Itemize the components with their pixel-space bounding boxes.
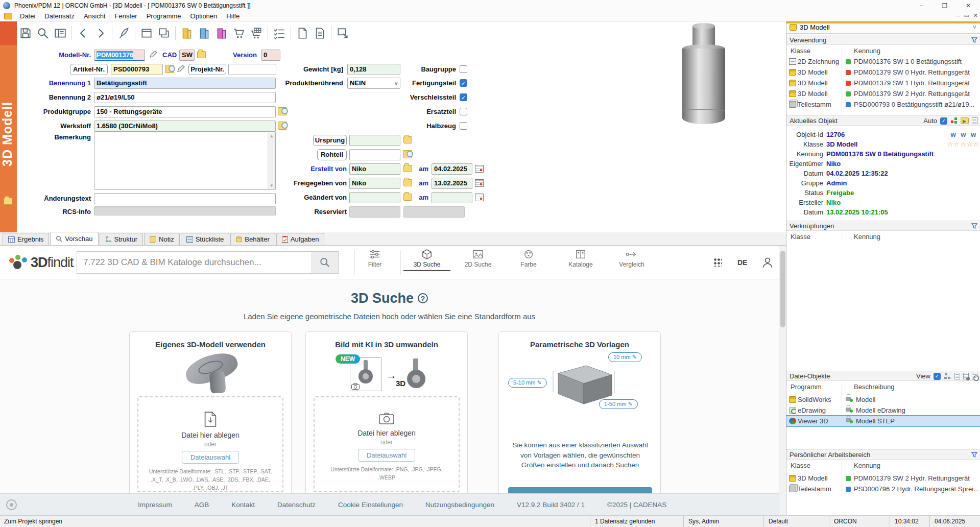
file-search-icon[interactable]	[972, 373, 977, 379]
window-jump-icon[interactable]	[334, 26, 351, 41]
halbzeug-checkbox[interactable]	[460, 122, 467, 130]
minimize-button[interactable]: –	[910, 0, 933, 11]
file-settings-icon[interactable]	[963, 373, 969, 379]
save-icon[interactable]	[17, 26, 34, 41]
class-combo[interactable]: 3D Modell ˅	[786, 21, 980, 34]
artikel-nr-field[interactable]: PSD000793	[111, 64, 163, 75]
verschleissteil-checkbox[interactable]: ✓	[460, 93, 467, 101]
freigegeben-folder-icon[interactable]	[403, 179, 412, 186]
benennung1-field[interactable]: Betätigungsstift	[94, 78, 276, 89]
tab-struktur[interactable]: Struktur	[100, 233, 144, 245]
verwendung-row[interactable]: 3D ModellPDM001379 SW 2 Hydr. Rettungsge…	[786, 88, 980, 99]
artikel-edit-icon[interactable]	[176, 65, 185, 73]
produktgruppe-search-icon[interactable]	[278, 107, 287, 115]
nav-farbe[interactable]: Farbe	[505, 249, 552, 268]
freigegeben-am-field[interactable]: 13.02.2025	[432, 178, 472, 189]
nav-vergleich[interactable]: Vergleich	[608, 249, 655, 268]
new-file-icon[interactable]	[954, 373, 960, 379]
close-button[interactable]: ✕	[957, 0, 980, 11]
geaendert-am-field[interactable]	[432, 192, 472, 203]
tree-icon[interactable]	[944, 373, 951, 380]
menu-optionen[interactable]: Optionen	[186, 12, 222, 20]
rohteil-field[interactable]	[349, 149, 400, 160]
card1-dropzone[interactable]: Datei hier ablegen oder Dateiauswahl Unt…	[137, 396, 283, 492]
workspace-row[interactable]: TeilestammPSD000796 2 Hydr. Rettungsgerä…	[786, 484, 980, 494]
tab-vorschau[interactable]: Vorschau	[50, 232, 98, 245]
index-card-icon[interactable]	[52, 26, 69, 41]
tab-notiz[interactable]: Notiz	[144, 233, 180, 245]
card1-file-select-button[interactable]: Dateiauswahl	[182, 451, 239, 464]
benennung2-field[interactable]: ø21/ø19/L50	[94, 92, 276, 103]
menu-datei[interactable]: Datei	[15, 12, 40, 20]
footer-link-cookie[interactable]: Cookie Einstellungen	[338, 501, 403, 509]
apps-grid-icon[interactable]	[713, 258, 722, 267]
ursprung-folder-icon[interactable]	[403, 136, 412, 143]
findit-logo[interactable]: 3Dfindit	[9, 254, 74, 271]
menu-programme[interactable]: Programme	[142, 12, 186, 20]
footer-link-kontakt[interactable]: Kontakt	[231, 501, 255, 509]
checklist-icon[interactable]	[271, 26, 288, 41]
scatter-icon[interactable]	[950, 117, 958, 125]
ursprung-field[interactable]	[349, 135, 400, 146]
open-folder-icon[interactable]	[961, 117, 969, 124]
file-object-row[interactable]: SolidWorksModell	[786, 394, 980, 405]
document-lines-icon[interactable]	[311, 26, 328, 41]
werkstoff-search-icon[interactable]	[278, 122, 287, 130]
footer-link-impressum[interactable]: Impressum	[138, 501, 172, 509]
filter-funnel-icon[interactable]	[971, 37, 977, 43]
quill-icon[interactable]	[115, 26, 132, 41]
footer-link-datenschutz[interactable]: Datenschutz	[277, 501, 316, 509]
document-icon[interactable]	[294, 26, 311, 41]
geaendert-calendar-icon[interactable]	[475, 194, 484, 201]
card2-file-select-button[interactable]: Dateiauswahl	[358, 449, 415, 462]
baugruppe-checkbox[interactable]	[460, 65, 467, 73]
catalog-search-input[interactable]	[77, 251, 312, 274]
artikel-search-icon[interactable]	[165, 65, 174, 73]
verwendung-row[interactable]: 3D ModellPDM001379 SW 1 Hydr. Rettungsge…	[786, 78, 980, 88]
geaendert-von-field[interactable]	[349, 192, 400, 203]
nav-filter[interactable]: Filter	[351, 249, 398, 268]
verwendung-row[interactable]: TeilestammPSD000793 0 Betätigungsstift ø…	[786, 99, 980, 110]
erstellt-folder-icon[interactable]	[403, 165, 412, 172]
freigegeben-von-field[interactable]: Niko	[349, 178, 400, 189]
www-links[interactable]: w w w	[950, 130, 977, 139]
chevron-down-icon[interactable]: ˅	[972, 23, 976, 31]
edit-icon[interactable]	[149, 51, 158, 59]
erstellt-am-field[interactable]: 04.02.2025	[432, 163, 472, 175]
card2-dropzone[interactable]: Datei hier ablegen oder Dateiauswahl Unt…	[314, 396, 460, 492]
mdi-window-controls[interactable]: –▭✕	[957, 12, 978, 19]
projekt-nr-button[interactable]: Projekt-Nr.	[188, 64, 226, 75]
cad-folder-icon[interactable]	[197, 51, 206, 58]
folder-yellow-icon[interactable]	[178, 26, 196, 41]
rohteil-search-icon[interactable]	[403, 150, 412, 158]
footer-link-nutzungsbedingungen[interactable]: Nutzungsbedingungen	[425, 501, 494, 509]
cookie-settings-icon[interactable]	[6, 499, 17, 510]
workspace-row[interactable]: 3D ModellPDM001379 SW 2 Hydr. Rettungsge…	[786, 473, 980, 484]
nav-3d-suche[interactable]: 3D Suche	[403, 249, 450, 271]
dim-pill-length[interactable]: 1-50 mm ✎	[599, 399, 638, 409]
cart-icon[interactable]	[230, 26, 248, 41]
tab-stueckliste[interactable]: Stückliste	[181, 233, 230, 245]
modell-nr-field[interactable]: PDM001376	[94, 50, 145, 61]
tab-aufgaben[interactable]: Aufgaben	[276, 233, 325, 245]
version-field[interactable]: 0	[261, 50, 280, 61]
filter-funnel-icon[interactable]	[971, 452, 977, 458]
filter-funnel-icon[interactable]	[971, 223, 977, 229]
werkstoff-field[interactable]: 1.6580 (30CrNiMo8)	[94, 121, 276, 132]
cad-field[interactable]: SW	[179, 50, 195, 61]
auto-checkbox[interactable]: ✓	[940, 117, 947, 125]
language-selector[interactable]: DE	[737, 258, 747, 267]
verwendung-row[interactable]: 3D ModellPDM001379 SW 0 Hydr. Rettungsge…	[786, 67, 980, 78]
verwendung-row[interactable]: 2D ZeichnungPDM001376 SW 1 0 Betätigungs…	[786, 56, 980, 67]
part-3d-preview[interactable]	[679, 23, 728, 133]
aenderungstext-field[interactable]	[94, 193, 276, 204]
cart-grid-icon[interactable]	[248, 26, 265, 41]
produktgruppe-field[interactable]: 150 - Rettungsgeräte	[94, 106, 276, 117]
search-icon[interactable]	[34, 26, 52, 41]
footer-link-agb[interactable]: AGB	[195, 501, 209, 509]
folder-icon[interactable]	[4, 198, 12, 205]
erstellt-von-field[interactable]: Niko	[349, 163, 400, 175]
fertigungsteil-checkbox[interactable]: ✓	[460, 79, 467, 87]
menu-ansicht[interactable]: Ansicht	[79, 12, 110, 20]
nav-2d-suche[interactable]: 2D Suche	[455, 249, 501, 268]
